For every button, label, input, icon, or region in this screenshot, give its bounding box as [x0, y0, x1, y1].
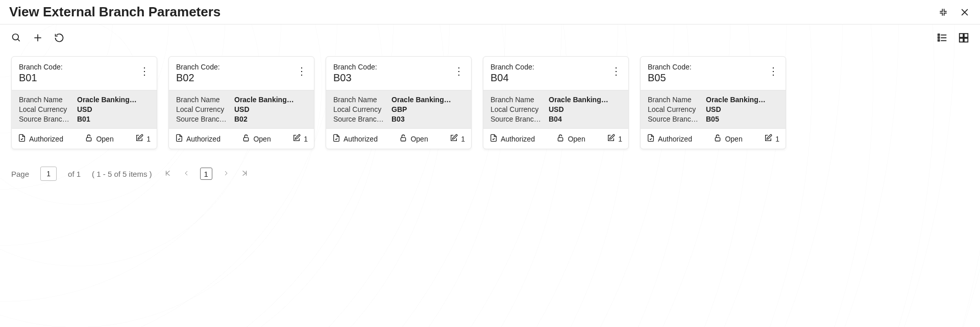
source-branch-value: B03 — [391, 115, 464, 123]
pagination-last-icon[interactable] — [240, 170, 249, 178]
edit-count-value: 1 — [146, 135, 151, 143]
branch-code-label: Branch Code: — [333, 63, 377, 71]
authorized-label: Authorized — [186, 135, 220, 143]
branch-code-value: B03 — [333, 72, 377, 84]
pagination-next-icon[interactable] — [222, 170, 231, 178]
branch-name-value: Oracle Banking… — [77, 96, 150, 104]
document-check-icon — [175, 134, 183, 144]
authorized-label: Authorized — [501, 135, 535, 143]
svg-rect-9 — [938, 34, 940, 36]
local-currency-value: USD — [706, 105, 778, 113]
edit-count: 1 — [607, 134, 622, 144]
search-icon[interactable] — [10, 32, 22, 44]
kebab-icon[interactable]: ⋮ — [139, 63, 150, 76]
close-icon[interactable] — [959, 6, 971, 18]
page-label: Page — [11, 170, 29, 178]
authorized-status: Authorized — [332, 134, 378, 144]
edit-count-value: 1 — [775, 135, 779, 143]
kebab-icon[interactable]: ⋮ — [454, 63, 464, 76]
edit-count: 1 — [292, 134, 308, 144]
pagination-current[interactable]: 1 — [200, 168, 212, 180]
local-currency-label: Local Currency — [648, 105, 704, 113]
kebab-icon[interactable]: ⋮ — [611, 63, 621, 76]
pagination: Page of 1 ( 1 - 5 of 5 items ) 1 — [0, 155, 980, 192]
open-status: Open — [399, 134, 428, 144]
page-header: View External Branch Parameters — [0, 0, 980, 25]
lock-open-icon — [85, 134, 93, 144]
branch-name-label: Branch Name — [491, 96, 547, 104]
list-view-icon[interactable] — [936, 32, 948, 44]
branch-card: Branch Code: B01 ⋮ Branch Name Oracle Ba… — [11, 56, 157, 149]
kebab-icon[interactable]: ⋮ — [297, 63, 307, 76]
branch-name-value: Oracle Banking… — [234, 96, 307, 104]
open-label: Open — [253, 135, 271, 143]
source-branch-value: B04 — [549, 115, 621, 123]
svg-rect-10 — [938, 37, 940, 38]
branch-name-label: Branch Name — [648, 96, 704, 104]
refresh-icon[interactable] — [53, 32, 65, 44]
source-branch-value: B02 — [234, 115, 307, 123]
edit-icon — [607, 134, 615, 144]
page-range-label: ( 1 - 5 of 5 items ) — [92, 170, 152, 178]
plus-icon[interactable] — [32, 32, 44, 44]
authorized-label: Authorized — [344, 135, 378, 143]
edit-count-value: 1 — [618, 135, 622, 143]
pagination-prev-icon[interactable] — [182, 170, 191, 178]
authorized-status: Authorized — [175, 134, 220, 144]
authorized-label: Authorized — [658, 135, 692, 143]
toolbar — [0, 25, 980, 47]
page-input[interactable] — [40, 167, 57, 181]
svg-rect-20 — [716, 137, 720, 141]
tile-view-icon[interactable] — [958, 32, 970, 44]
document-check-icon — [647, 134, 655, 144]
branch-code-value: B04 — [491, 72, 534, 84]
source-branch-value: B01 — [77, 115, 150, 123]
document-check-icon — [332, 134, 340, 144]
svg-rect-12 — [960, 34, 963, 37]
local-currency-value: GBP — [391, 105, 464, 113]
source-branch-label: Source Branc… — [333, 115, 389, 123]
source-branch-label: Source Branc… — [491, 115, 547, 123]
open-label: Open — [96, 135, 113, 143]
svg-rect-13 — [964, 34, 968, 37]
authorized-status: Authorized — [489, 134, 535, 144]
local-currency-value: USD — [77, 105, 150, 113]
document-check-icon — [489, 134, 498, 144]
edit-count: 1 — [764, 134, 779, 144]
open-status: Open — [556, 134, 585, 144]
local-currency-value: USD — [234, 105, 307, 113]
branch-card: Branch Code: B04 ⋮ Branch Name Oracle Ba… — [483, 56, 629, 149]
svg-line-3 — [18, 39, 20, 41]
branch-name-label: Branch Name — [19, 96, 75, 104]
page-title: View External Branch Parameters — [9, 4, 220, 20]
branch-card: Branch Code: B02 ⋮ Branch Name Oracle Ba… — [168, 56, 314, 149]
branch-name-value: Oracle Banking… — [549, 96, 621, 104]
kebab-icon[interactable]: ⋮ — [768, 63, 778, 76]
document-check-icon — [18, 134, 26, 144]
svg-point-2 — [13, 34, 19, 40]
svg-rect-11 — [938, 40, 940, 41]
branch-name-value: Oracle Banking… — [706, 96, 778, 104]
branch-card: Branch Code: B03 ⋮ Branch Name Oracle Ba… — [326, 56, 472, 149]
source-branch-label: Source Branc… — [19, 115, 75, 123]
local-currency-label: Local Currency — [176, 105, 232, 113]
page-of-label: of 1 — [68, 170, 81, 178]
open-label: Open — [410, 135, 428, 143]
edit-icon — [292, 134, 301, 144]
source-branch-label: Source Branc… — [648, 115, 704, 123]
branch-name-label: Branch Name — [176, 96, 232, 104]
lock-open-icon — [556, 134, 565, 144]
collapse-icon[interactable] — [937, 6, 949, 18]
branch-code-label: Branch Code: — [491, 63, 534, 71]
svg-rect-15 — [964, 38, 968, 42]
svg-rect-19 — [558, 137, 563, 141]
open-label: Open — [568, 135, 585, 143]
authorized-status: Authorized — [18, 134, 63, 144]
branch-name-label: Branch Name — [333, 96, 389, 104]
pagination-first-icon[interactable] — [163, 170, 173, 178]
authorized-status: Authorized — [647, 134, 692, 144]
edit-count: 1 — [450, 134, 465, 144]
branch-code-value: B02 — [176, 72, 220, 84]
edit-icon — [764, 134, 772, 144]
branch-code-label: Branch Code: — [176, 63, 220, 71]
